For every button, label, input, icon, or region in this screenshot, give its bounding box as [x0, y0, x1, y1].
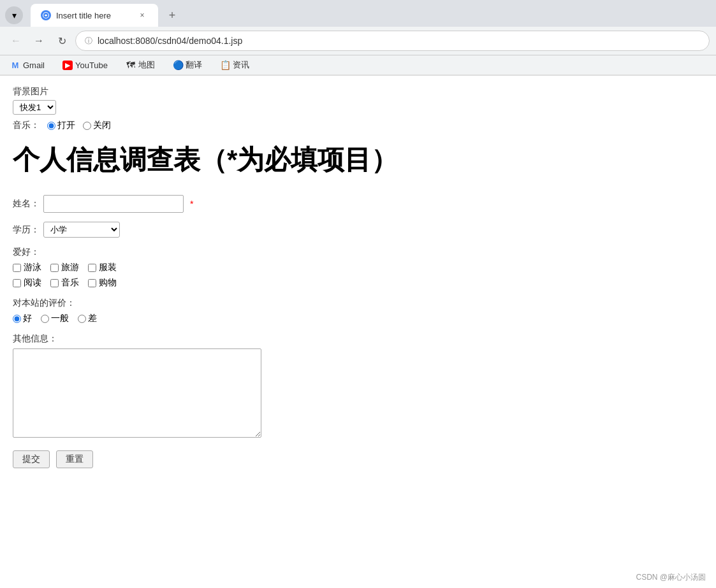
- hobby-music-label: 音乐: [61, 277, 79, 289]
- name-input[interactable]: [43, 195, 184, 213]
- hobby-row-2: 阅读 音乐 购物: [13, 277, 703, 289]
- hobby-swimming[interactable]: 游泳: [13, 262, 41, 273]
- rating-bad-radio[interactable]: [78, 315, 86, 323]
- bg-label: 背景图片: [13, 86, 703, 97]
- hobby-music-checkbox[interactable]: [50, 279, 59, 287]
- hobby-swimming-checkbox[interactable]: [13, 264, 21, 272]
- music-off-label: 关闭: [93, 120, 111, 131]
- hobby-music[interactable]: 音乐: [50, 277, 79, 289]
- rating-options: 好 一般 差: [13, 313, 703, 324]
- music-on-label: 打开: [57, 120, 75, 131]
- new-tab-button[interactable]: +: [163, 6, 181, 24]
- bookmark-youtube[interactable]: ▶ YouTube: [59, 59, 112, 71]
- bookmark-maps-label: 地图: [138, 59, 155, 71]
- refresh-icon: ↻: [58, 35, 66, 47]
- hobby-section: 爱好： 游泳 旅游 服装: [13, 247, 703, 289]
- browser-tab[interactable]: Insert title here ×: [31, 4, 158, 27]
- music-section: 音乐： 打开 关闭: [13, 120, 703, 131]
- hobby-swimming-label: 游泳: [24, 262, 41, 273]
- info-icon: ⓘ: [85, 36, 92, 47]
- rating-average-label: 一般: [51, 313, 69, 324]
- forward-button[interactable]: →: [29, 31, 48, 50]
- rating-bad[interactable]: 差: [78, 313, 97, 324]
- name-label: 姓名：: [13, 198, 40, 210]
- bookmark-news[interactable]: 📋 资讯: [216, 58, 253, 72]
- bookmark-gmail-label: Gmail: [23, 61, 45, 70]
- hobby-fashion-checkbox[interactable]: [88, 264, 96, 272]
- rating-good-label: 好: [23, 313, 32, 324]
- favicon-icon: [42, 11, 50, 19]
- required-star: *: [190, 199, 193, 209]
- hobby-travel[interactable]: 旅游: [50, 262, 79, 273]
- bookmark-translate-label: 翻译: [186, 59, 202, 71]
- hobby-travel-label: 旅游: [61, 262, 79, 273]
- browser-toolbar: ← → ↻ ⓘ localhost:8080/csdn04/demo04.1.j…: [0, 27, 716, 55]
- chevron-down-icon: ▾: [12, 10, 17, 20]
- news-icon: 📋: [220, 60, 230, 70]
- hobby-reading[interactable]: 阅读: [13, 277, 41, 289]
- background-section: 背景图片 快发1 快发2 快发3: [13, 86, 703, 115]
- music-label: 音乐：: [13, 120, 40, 131]
- tab-dropdown[interactable]: ▾: [5, 6, 23, 24]
- bg-select[interactable]: 快发1 快发2 快发3: [13, 100, 56, 115]
- watermark: CSDN @麻心小汤圆: [636, 572, 706, 583]
- edu-label: 学历：: [13, 224, 40, 236]
- bookmark-gmail[interactable]: M Gmail: [6, 59, 48, 71]
- music-on-radio[interactable]: 打开: [47, 120, 75, 131]
- rating-good-radio[interactable]: [13, 315, 21, 323]
- hobby-row-1: 游泳 旅游 服装: [13, 262, 703, 273]
- rating-good[interactable]: 好: [13, 313, 32, 324]
- music-off-radio[interactable]: 关闭: [83, 120, 111, 131]
- tab-favicon: [41, 10, 51, 20]
- button-row: 提交 重置: [13, 450, 703, 468]
- back-icon: ←: [11, 35, 21, 47]
- hobby-shopping-label: 购物: [99, 277, 117, 289]
- back-button[interactable]: ←: [6, 31, 26, 50]
- bookmark-news-label: 资讯: [233, 59, 249, 71]
- form-title: 个人信息调查表（*为必填项目）: [13, 144, 703, 176]
- bookmark-maps[interactable]: 🗺 地图: [122, 58, 159, 72]
- rating-section: 对本站的评价： 好 一般 差: [13, 298, 703, 324]
- tab-close-button[interactable]: ×: [136, 10, 148, 21]
- address-text: localhost:8080/csdn04/demo04.1.jsp: [98, 36, 700, 46]
- youtube-icon: ▶: [62, 60, 73, 70]
- maps-icon: 🗺: [126, 60, 136, 70]
- forward-icon: →: [34, 35, 44, 47]
- rating-average[interactable]: 一般: [41, 313, 69, 324]
- hobby-reading-checkbox[interactable]: [13, 279, 21, 287]
- rating-bad-label: 差: [88, 313, 97, 324]
- hobby-shopping[interactable]: 购物: [88, 277, 117, 289]
- music-off-input[interactable]: [83, 122, 91, 130]
- hobby-reading-label: 阅读: [24, 277, 41, 289]
- edu-select[interactable]: 小学 初中 高中 大学 研究生: [43, 222, 120, 238]
- form-section: 姓名： * 学历： 小学 初中 高中 大学 研究生 爱好：: [13, 195, 703, 468]
- edu-row: 学历： 小学 初中 高中 大学 研究生: [13, 222, 703, 238]
- other-textarea[interactable]: [13, 348, 261, 438]
- rating-label: 对本站的评价：: [13, 298, 703, 309]
- hobby-travel-checkbox[interactable]: [50, 264, 59, 272]
- bookmark-youtube-label: YouTube: [75, 61, 108, 70]
- page-content: 背景图片 快发1 快发2 快发3 音乐： 打开 关闭 个人信息调查表（*为必填项…: [0, 76, 716, 588]
- music-on-input[interactable]: [47, 122, 55, 130]
- address-bar[interactable]: ⓘ localhost:8080/csdn04/demo04.1.jsp: [75, 31, 710, 51]
- other-section: 其他信息：: [13, 333, 703, 438]
- hobby-fashion[interactable]: 服装: [88, 262, 117, 273]
- tab-title: Insert title here: [56, 11, 131, 20]
- translate-icon: 🔵: [173, 60, 183, 70]
- bookmarks-bar: M Gmail ▶ YouTube 🗺 地图 🔵 翻译 📋 资讯: [0, 55, 716, 75]
- refresh-button[interactable]: ↻: [52, 31, 71, 50]
- other-label: 其他信息：: [13, 333, 703, 345]
- hobby-fashion-label: 服装: [99, 262, 117, 273]
- rating-average-radio[interactable]: [41, 315, 49, 323]
- submit-button[interactable]: 提交: [13, 450, 50, 468]
- bookmark-translate[interactable]: 🔵 翻译: [169, 58, 206, 72]
- reset-button[interactable]: 重置: [56, 450, 93, 468]
- name-row: 姓名： *: [13, 195, 703, 213]
- hobby-shopping-checkbox[interactable]: [88, 279, 96, 287]
- gmail-icon: M: [10, 60, 20, 70]
- hobby-label: 爱好：: [13, 247, 703, 258]
